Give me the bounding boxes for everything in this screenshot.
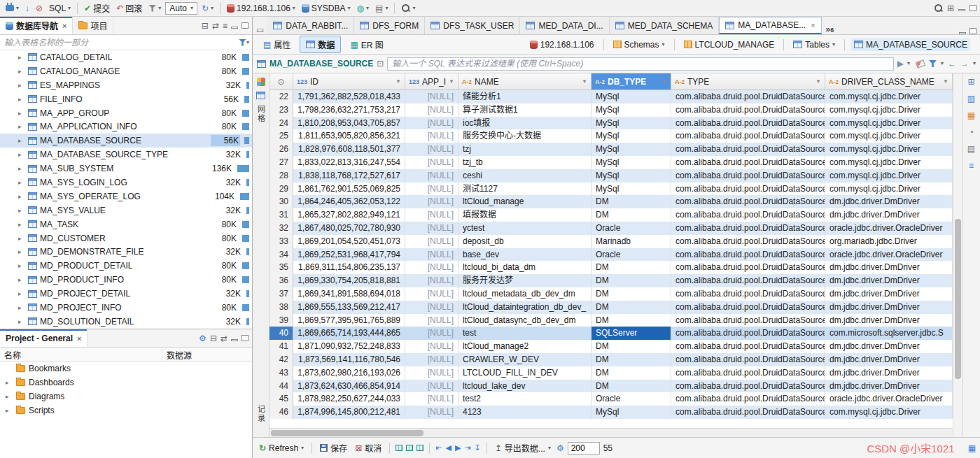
cell-type[interactable]: com.alibaba.druid.pool.DruidDataSource [671,235,825,248]
cell-name[interactable]: LTCLOUD_FILL_IN_DEV [458,366,592,380]
cell-id[interactable]: 1,873,602,980,216,193,026 [293,366,405,380]
nav-forward-icon[interactable]: → [960,59,969,68]
cell-id[interactable]: 1,874,996,145,800,212,481 [293,406,405,419]
cell-name[interactable]: 服务交换中心-大数据 [458,129,592,143]
cell-db-type[interactable]: Oracle [592,248,671,262]
cell-type[interactable]: com.alibaba.druid.pool.DruidDataSource [671,380,825,393]
expander-icon[interactable]: ▸ [18,82,25,89]
commit-mode-combo[interactable]: Auto▾ [165,2,197,15]
cell-app-id[interactable]: [NULL] [405,103,458,117]
column-filter-icon[interactable]: ▼ [449,78,454,85]
cell-name[interactable]: base_dev [458,248,592,262]
cell-id[interactable]: 1,869,252,531,968,417,794 [293,248,405,262]
cell-db-type[interactable]: DM [592,353,671,366]
tree-item[interactable]: ▸CATALOG_MANAGE80K [0,64,252,78]
table-row[interactable]: 351,869,311,154,806,235,137[NULL]ltcloud… [270,261,953,274]
expander-icon[interactable]: ▸ [18,151,25,158]
cell-type[interactable]: com.alibaba.druid.pool.DruidDataSource [671,222,825,235]
table-row[interactable]: 241,810,208,953,043,705,857[NULL]ioc填报My… [270,117,953,130]
transaction-log-button[interactable]: ▾ [146,3,163,13]
cell-type[interactable]: com.alibaba.druid.pool.DruidDataSource [671,143,825,156]
table-row[interactable]: 231,798,236,632,271,753,217[NULL]算子测试数据1… [270,103,953,117]
cell-type[interactable]: com.alibaba.druid.pool.DruidDataSource [671,301,825,314]
table-row[interactable]: 401,869,665,714,193,444,865[NULL]testSQL… [270,327,953,340]
editor-tab[interactable]: MED_DATA_DI... [520,17,609,34]
cell-id[interactable]: 1,869,311,154,806,235,137 [293,261,405,274]
cell-app-id[interactable]: [NULL] [405,248,458,262]
horizontal-scrollbar[interactable] [270,428,953,437]
table-row[interactable]: 251,811,653,905,820,856,321[NULL]服务交换中心-… [270,129,953,143]
minimize-icon[interactable] [231,27,238,29]
cell-db-type[interactable]: DM [592,314,671,327]
column-header-name[interactable]: A-zNAME▼ [458,73,592,90]
cell-type[interactable]: com.alibaba.druid.pool.DruidDataSource [671,117,825,130]
grouping-panel-icon[interactable]: ≡ [969,162,974,170]
cell-driver-class-name[interactable]: dm.jdbc.driver.DmDriver [825,195,953,208]
duplicate-row-icon[interactable] [406,445,413,451]
column-header-type[interactable]: A-zTYPE▼ [671,73,825,90]
scrollbar-thumb[interactable] [955,219,961,379]
cell-driver-class-name[interactable]: dm.jdbc.driver.DmDriver [825,274,953,287]
column-filter-icon[interactable]: ▼ [943,78,948,85]
panel-toggle-icon[interactable]: ▦ [968,444,976,452]
row-number-cell[interactable]: 24 [270,117,293,130]
cell-name[interactable]: ceshi [458,169,592,183]
cell-app-id[interactable]: [NULL] [405,208,458,222]
cell-driver-class-name[interactable]: dm.jdbc.driver.DmDriver [825,353,953,366]
cell-app-id[interactable]: [NULL] [405,156,458,169]
row-number-cell[interactable]: 25 [270,129,293,143]
column-header-app_id[interactable]: 123APP_ID▼ [405,73,458,90]
tree-item[interactable]: ▸MA_SYS_VALUE32K [0,203,252,217]
cell-driver-class-name[interactable]: dm.jdbc.driver.DmDriver [825,261,953,274]
refresh-schedule-button[interactable]: ↻▾ [200,3,216,14]
cell-name[interactable]: ioc填报 [458,117,592,130]
chevron-down-icon[interactable]: ▾ [941,61,944,66]
row-number-cell[interactable]: 27 [270,156,293,169]
cell-db-type[interactable]: MySql [592,129,671,143]
cell-name[interactable]: deposit_db [458,235,592,248]
cell-driver-class-name[interactable]: dm.jdbc.driver.DmDriver [825,208,953,222]
editor-list-icon[interactable]: ▭ [253,26,267,34]
column-datasource-header[interactable]: 数据源 [162,348,196,361]
column-header-db_type[interactable]: A-zDB_TYPE▼ [592,73,671,90]
cell-driver-class-name[interactable]: dm.jdbc.driver.DmDriver [825,380,953,393]
presentation-settings-icon[interactable] [257,78,265,86]
row-number-cell[interactable]: 36 [270,274,293,287]
table-row[interactable]: 311,865,327,802,882,949,121[NULL]填报数据DMc… [270,208,953,222]
network-button[interactable]: ◍▾ [355,3,372,14]
cell-name[interactable]: CRAWLER_W_DEV [458,353,592,366]
maximize-results-icon[interactable]: ⊞ [967,78,974,86]
tree-item[interactable]: ▸MA_DATABASE_SOURCE56K [0,134,252,148]
metadata-panel-icon[interactable]: ◔ [969,128,974,136]
cell-db-type[interactable]: SQLServer [592,327,671,340]
cell-id[interactable]: 1,798,236,632,271,753,217 [293,103,405,117]
cell-db-type[interactable]: DM [592,195,671,208]
expander-icon[interactable]: ▸ [18,137,25,144]
row-number-cell[interactable]: 23 [270,103,293,117]
row-number-cell[interactable]: 33 [270,235,293,248]
expander-icon[interactable]: ▸ [18,123,25,130]
filter-history-icon[interactable]: ▾ [907,61,910,66]
expander-icon[interactable]: ▸ [18,68,25,75]
cell-driver-class-name[interactable]: com.mysql.cj.jdbc.Driver [825,156,953,169]
cell-db-type[interactable]: MySql [592,117,671,130]
row-number-cell[interactable]: 29 [270,183,293,196]
cell-app-id[interactable]: [NULL] [405,353,458,366]
scrollbar-thumb[interactable] [271,430,424,436]
cell-name[interactable]: ltcloud_bi_data_dm [458,261,592,274]
close-icon[interactable]: × [811,21,815,29]
cell-driver-class-name[interactable]: dm.jdbc.driver.DmDriver [825,366,953,380]
first-row-icon[interactable]: ⇤ [435,444,442,452]
project-item[interactable]: ▸Dashboards [0,375,252,389]
save-button[interactable]: 保存 [318,441,349,455]
quick-search-icon[interactable] [934,3,943,13]
cell-app-id[interactable]: [NULL] [405,129,458,143]
record-mode-label[interactable]: 记录 [255,405,267,423]
expander-icon[interactable]: ▸ [18,207,25,214]
tab-project-general[interactable]: Project - General × [0,329,88,347]
tree-item[interactable]: ▸MA_SYS_LOGIN_LOG32K [0,176,252,189]
row-number-cell[interactable]: 37 [270,287,293,301]
cell-driver-class-name[interactable]: dm.jdbc.driver.DmDriver [825,340,953,353]
cell-driver-class-name[interactable]: dm.jdbc.driver.DmDriver [825,287,953,301]
cell-name[interactable]: 填报数据 [458,208,592,222]
